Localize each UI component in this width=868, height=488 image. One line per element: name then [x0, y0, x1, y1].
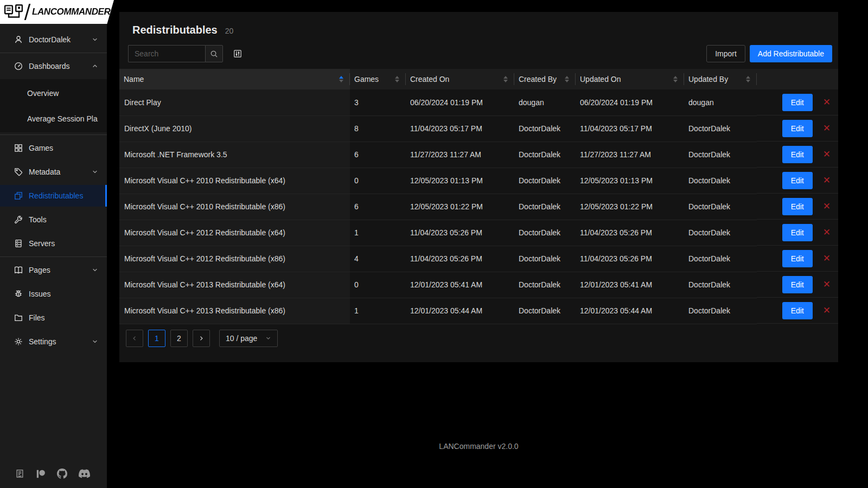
delete-icon[interactable]: ✕: [823, 306, 831, 315]
search-button[interactable]: [205, 45, 223, 62]
table-row: Direct Play306/20/2024 01:19 PMdougan06/…: [119, 89, 838, 115]
sidebar-item-user[interactable]: DoctorDalek: [0, 29, 107, 50]
delete-icon[interactable]: ✕: [823, 228, 831, 237]
delete-icon[interactable]: ✕: [823, 202, 831, 211]
sort-carets-icon: [673, 76, 678, 82]
table-row: Microsoft Visual C++ 2010 Redistributabl…: [119, 194, 838, 220]
sidebar-item-tools[interactable]: Tools: [0, 209, 107, 230]
page-button-1[interactable]: 1: [148, 330, 165, 347]
sidebar-item-label: Games: [29, 144, 98, 152]
delete-icon[interactable]: ✕: [823, 124, 831, 133]
edit-button[interactable]: Edit: [782, 250, 813, 267]
column-header-name[interactable]: Name: [119, 69, 350, 89]
table-row: Microsoft Visual C++ 2013 Redistributabl…: [119, 272, 838, 298]
edit-button[interactable]: Edit: [782, 224, 813, 241]
column-header-created-on[interactable]: Created On: [406, 69, 514, 89]
cell-created_on: 11/27/2023 11:27 AM: [406, 142, 514, 168]
main-area: Redistributables 20: [107, 0, 868, 488]
changelog-link[interactable]: [15, 469, 24, 478]
cell-updated_by: DoctorDalek: [684, 272, 757, 298]
edit-button[interactable]: Edit: [782, 94, 813, 111]
gear-icon: [14, 337, 23, 346]
column-header-updated-on[interactable]: Updated On: [576, 69, 684, 89]
sidebar-item-metadata[interactable]: Metadata: [0, 161, 107, 183]
sidebar-item-redistributables[interactable]: Redistributables: [0, 185, 107, 207]
cell-actions: Edit✕: [757, 246, 838, 272]
cell-created_by: DoctorDalek: [514, 246, 576, 272]
sidebar-item-average-session-playtime[interactable]: Average Session Pla...: [0, 106, 107, 131]
edit-button[interactable]: Edit: [782, 276, 813, 293]
column-header-updated-by[interactable]: Updated By: [684, 69, 757, 89]
cell-name: Microsoft Visual C++ 2010 Redistributabl…: [119, 168, 350, 194]
delete-icon[interactable]: ✕: [823, 150, 831, 159]
sidebar-item-label: Overview: [27, 89, 98, 98]
sidebar-item-label: Issues: [29, 290, 98, 298]
chevron-right-icon: [198, 335, 205, 342]
table-row: Microsoft Visual C++ 2010 Redistributabl…: [119, 168, 838, 194]
dashboard-icon: [14, 62, 23, 70]
next-page-button[interactable]: [193, 330, 210, 347]
discord-link[interactable]: [79, 468, 90, 479]
cell-updated_on: 12/05/2023 01:22 PM: [576, 194, 684, 220]
search-group: [128, 45, 223, 62]
edit-button[interactable]: Edit: [782, 146, 813, 163]
toolbar-actions: Import Add Redistributable: [706, 45, 832, 62]
cell-actions: Edit✕: [757, 298, 838, 324]
sidebar-item-settings[interactable]: Settings: [0, 331, 107, 352]
column-label: Created On: [410, 75, 500, 84]
cell-created_by: DoctorDalek: [514, 272, 576, 298]
cell-name: Direct Play: [119, 89, 350, 115]
cell-updated_on: 11/04/2023 05:26 PM: [576, 246, 684, 272]
column-label: Updated On: [580, 75, 670, 84]
cell-games: 1: [350, 220, 406, 246]
sort-carets-icon: [503, 76, 508, 82]
sidebar-item-label: Pages: [29, 266, 92, 274]
app-logo[interactable]: LANCOMMANDER: [0, 0, 114, 24]
table-row: Microsoft Visual C++ 2012 Redistributabl…: [119, 246, 838, 272]
edit-button[interactable]: Edit: [782, 172, 813, 189]
user-icon: [14, 35, 23, 44]
cell-updated_by: DoctorDalek: [684, 115, 757, 142]
column-label: Updated By: [688, 75, 743, 84]
sidebar-item-label: Redistributables: [29, 191, 98, 200]
sidebar-item-pages[interactable]: Pages: [0, 259, 107, 281]
sidebar-item-overview[interactable]: Overview: [0, 80, 107, 106]
cell-games: 4: [350, 246, 406, 272]
column-settings-button[interactable]: [233, 49, 242, 58]
search-input[interactable]: [128, 45, 205, 62]
app-version-footer: LANCommander v2.0.0: [119, 442, 838, 451]
table-row: Microsoft .NET Framework 3.5611/27/2023 …: [119, 142, 838, 168]
patreon-icon: [36, 469, 46, 479]
github-link[interactable]: [57, 468, 67, 479]
delete-icon[interactable]: ✕: [823, 254, 831, 263]
column-header-created-by[interactable]: Created By: [514, 69, 576, 89]
delete-icon[interactable]: ✕: [823, 98, 831, 107]
sidebar-item-dashboards[interactable]: Dashboards: [0, 55, 107, 77]
cell-actions: Edit✕: [757, 115, 838, 142]
edit-button[interactable]: Edit: [782, 120, 813, 137]
cell-created_on: 12/01/2023 05:41 AM: [406, 272, 514, 298]
page-button-2[interactable]: 2: [170, 330, 188, 347]
sort-carets-icon: [565, 76, 569, 82]
sidebar-item-servers[interactable]: Servers: [0, 233, 107, 254]
previous-page-button[interactable]: [126, 330, 143, 347]
cell-updated_by: DoctorDalek: [684, 220, 757, 246]
cell-updated_on: 11/04/2023 05:17 PM: [576, 115, 684, 142]
import-button[interactable]: Import: [706, 45, 745, 62]
sidebar-item-files[interactable]: Files: [0, 307, 107, 329]
sidebar-item-games[interactable]: Games: [0, 137, 107, 159]
patreon-link[interactable]: [36, 469, 46, 479]
edit-button[interactable]: Edit: [782, 198, 813, 215]
delete-icon[interactable]: ✕: [823, 176, 831, 185]
page-size-select[interactable]: 10 / page: [219, 330, 278, 347]
column-header-games[interactable]: Games: [350, 69, 406, 89]
cell-name: Microsoft Visual C++ 2012 Redistributabl…: [119, 220, 350, 246]
sidebar-item-issues[interactable]: Issues: [0, 283, 107, 305]
delete-icon[interactable]: ✕: [823, 280, 831, 289]
cell-name: DirectX (June 2010): [119, 115, 350, 142]
add-redistributable-button[interactable]: Add Redistributable: [750, 45, 832, 62]
cell-updated_by: DoctorDalek: [684, 194, 757, 220]
edit-button[interactable]: Edit: [782, 302, 813, 319]
cell-games: 1: [350, 298, 406, 324]
cell-updated_on: 12/01/2023 05:41 AM: [576, 272, 684, 298]
